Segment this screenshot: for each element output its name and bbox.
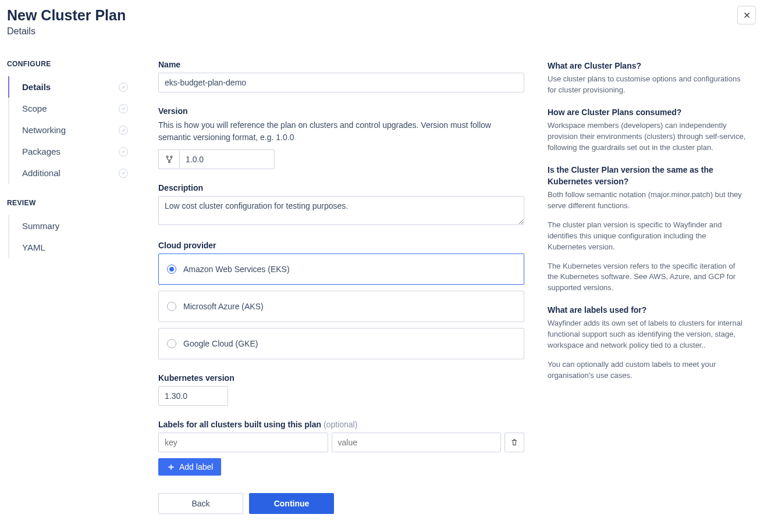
svg-point-2	[168, 161, 170, 163]
info-text: Wayfinder adds its own set of labels to …	[548, 318, 747, 351]
cloud-option-label: Microsoft Azure (AKS)	[183, 302, 264, 311]
add-label-button[interactable]: ＋ Add label	[158, 458, 221, 476]
svg-point-0	[166, 156, 168, 158]
label-value-input[interactable]	[332, 433, 502, 452]
sidebar-item-details[interactable]: Details	[8, 76, 135, 98]
sidebar-item-packages[interactable]: Packages	[8, 141, 135, 162]
back-button[interactable]: Back	[158, 493, 243, 514]
info-heading: Is the Cluster Plan version the same as …	[548, 164, 747, 188]
close-button[interactable]: ✕	[737, 6, 756, 24]
label-key-input[interactable]	[158, 433, 328, 452]
radio-icon	[167, 265, 176, 274]
sidebar-item-label: YAML	[22, 242, 45, 252]
sidebar-item-networking[interactable]: Networking	[8, 119, 135, 141]
page-subtitle: Details	[7, 26, 757, 37]
branch-icon	[158, 149, 179, 169]
check-icon	[119, 169, 128, 178]
description-label: Description	[158, 183, 524, 192]
info-heading: What are labels used for?	[548, 304, 747, 316]
delete-label-button[interactable]	[504, 433, 524, 452]
check-icon	[119, 147, 128, 156]
trash-icon	[510, 438, 518, 447]
check-icon	[119, 104, 128, 113]
sidebar-item-yaml[interactable]: YAML	[8, 237, 135, 258]
field-description: Description Low cost cluster configurati…	[158, 183, 524, 227]
footer-buttons: Back Continue	[158, 493, 524, 514]
page-header: New Cluster Plan Details ✕	[0, 0, 764, 37]
info-heading: What are Cluster Plans?	[548, 60, 747, 72]
sidebar-review-list: Summary YAML	[7, 215, 135, 258]
cloud-option-aks[interactable]: Microsoft Azure (AKS)	[158, 291, 524, 322]
labels-optional: (optional)	[324, 420, 357, 429]
version-input-group	[158, 149, 275, 169]
version-input[interactable]	[179, 149, 275, 169]
close-icon: ✕	[743, 10, 751, 21]
info-panel: What are Cluster Plans? Use cluster plan…	[548, 60, 757, 392]
description-input[interactable]: Low cost cluster configuration for testi…	[158, 196, 524, 225]
version-hint: This is how you will reference the plan …	[158, 119, 524, 144]
main-form: Name Version This is how you will refere…	[158, 60, 524, 514]
radio-icon	[167, 302, 176, 311]
sidebar-item-label: Packages	[22, 147, 61, 156]
sidebar-item-label: Scope	[22, 103, 47, 113]
page-title: New Cluster Plan	[7, 7, 757, 24]
cloud-option-gke[interactable]: Google Cloud (GKE)	[158, 328, 524, 359]
info-text: Use cluster plans to customise options a…	[548, 74, 747, 96]
labels-row	[158, 433, 524, 452]
field-labels: Labels for all clusters built using this…	[158, 420, 524, 476]
sidebar-section-configure: CONFIGURE	[7, 60, 135, 68]
cloud-option-eks[interactable]: Amazon Web Services (EKS)	[158, 253, 524, 285]
cloud-provider-label: Cloud provider	[158, 241, 524, 250]
sidebar-item-label: Details	[22, 82, 51, 92]
sidebar-item-label: Additional	[22, 168, 61, 178]
check-icon	[119, 83, 128, 92]
sidebar-section-review: REVIEW	[7, 199, 135, 207]
sidebar-configure-list: Details Scope Networking Packages Additi…	[7, 76, 135, 184]
field-cloud-provider: Cloud provider Amazon Web Services (EKS)…	[158, 241, 524, 359]
k8s-version-label: Kubernetes version	[158, 373, 524, 383]
version-label: Version	[158, 106, 524, 116]
sidebar-item-additional[interactable]: Additional	[8, 162, 135, 184]
cloud-option-label: Amazon Web Services (EKS)	[183, 265, 290, 274]
info-text: Workspace members (developers) can indep…	[548, 120, 747, 153]
add-label-text: Add label	[179, 462, 213, 472]
info-text: The cluster plan version is specific to …	[548, 220, 747, 253]
sidebar-item-label: Summary	[22, 221, 59, 231]
name-label: Name	[158, 60, 524, 69]
svg-point-1	[170, 156, 172, 158]
field-name: Name	[158, 60, 524, 92]
k8s-version-input[interactable]	[158, 386, 228, 406]
sidebar: CONFIGURE Details Scope Networking Packa…	[7, 60, 135, 273]
info-text: Both follow semantic notation (major.min…	[548, 190, 747, 212]
sidebar-item-label: Networking	[22, 125, 66, 135]
field-version: Version This is how you will reference t…	[158, 106, 524, 169]
continue-button[interactable]: Continue	[249, 493, 334, 514]
cloud-option-label: Google Cloud (GKE)	[183, 339, 258, 348]
info-heading: How are Cluster Plans consumed?	[548, 106, 747, 118]
plus-icon: ＋	[166, 462, 176, 472]
radio-icon	[167, 339, 176, 348]
check-icon	[119, 126, 128, 135]
name-input[interactable]	[158, 73, 524, 92]
field-k8s-version: Kubernetes version	[158, 373, 524, 406]
info-text: The Kubernetes version refers to the spe…	[548, 261, 747, 294]
info-text: You can optionally add custom labels to …	[548, 359, 747, 381]
labels-label: Labels for all clusters built using this…	[158, 420, 524, 429]
sidebar-item-summary[interactable]: Summary	[8, 215, 135, 237]
sidebar-item-scope[interactable]: Scope	[8, 98, 135, 119]
